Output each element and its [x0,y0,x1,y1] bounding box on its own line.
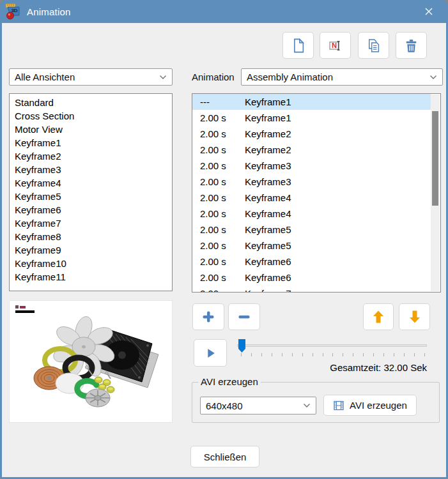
keyframe-row[interactable]: 2.00 s Keyframe2 [192,142,431,158]
keyframe-name: Keyframe4 [245,192,291,203]
keyframe-name: Keyframe6 [245,272,291,283]
keyframe-time: --- [200,96,237,107]
avi-create-button[interactable]: AVI erzeugen [323,395,417,416]
keyframe-time: 2.00 s [200,160,237,171]
film-icon [333,400,344,411]
play-button[interactable] [194,339,227,367]
keyframe-row[interactable]: 2.00 s Keyframe3 [192,174,431,190]
keyframe-name: Keyframe2 [245,128,291,139]
move-up-button[interactable] [363,303,394,330]
keyframe-row[interactable]: 2.00 s Keyframe4 [192,190,431,206]
views-filter-value: Alle Ansichten [15,72,75,82]
close-icon[interactable] [416,2,442,21]
svg-text:N: N [332,42,337,49]
keyframe-name: Keyframe3 [245,160,291,171]
list-item[interactable]: Keyframe11 [10,270,172,284]
move-down-button[interactable] [399,303,430,330]
chevron-down-icon [429,75,437,80]
keyframe-time: 2.00 s [200,224,237,235]
close-dialog-button[interactable]: Schließen [190,446,259,468]
delete-animation-button[interactable] [396,32,427,59]
keyframe-time: 2.00 s [200,272,237,283]
animation-select[interactable]: Assembly Animation [241,68,443,86]
keyframe-time: 2.00 s [200,256,237,267]
keyframe-name: Keyframe4 [245,208,291,219]
new-document-icon [290,37,307,54]
keyframe-time: 2.00 s [200,208,237,219]
rename-animation-button[interactable]: N [320,32,351,59]
animation-dialog: 3D Animation N [0,0,448,479]
keyframe-row[interactable]: 2.00 s Keyframe5 [192,222,431,238]
views-listbox[interactable]: Standard Cross Section Motor View Keyfra… [9,93,173,291]
keyframe-row[interactable]: --- Keyframe1 [192,94,431,110]
views-filter-select[interactable]: Alle Ansichten [9,68,173,86]
chevron-down-icon [303,403,311,408]
keyframe-time: 2.00 s [200,176,237,187]
titlebar: 3D Animation [0,0,448,23]
keyframe-time: 2.00 s [200,192,237,203]
keyframes-listbox[interactable]: --- Keyframe1 2.00 s Keyframe1 2.00 s Ke… [192,93,441,293]
list-item[interactable]: Keyframe3 [10,163,172,176]
slider-ticks [241,353,425,356]
avi-create-label: AVI erzeugen [350,400,407,411]
avi-resolution-select[interactable]: 640x480 [200,397,316,414]
keyframe-time: 2.00 s [200,240,237,251]
chevron-down-icon [159,75,167,80]
keyframe-row[interactable]: 2.00 s Keyframe7 [192,285,431,293]
keyframe-row[interactable]: 2.00 s Keyframe2 [192,126,431,142]
slider-track[interactable] [237,344,427,347]
list-item[interactable]: Keyframe8 [10,230,172,243]
keyframe-name: Keyframe7 [245,288,291,293]
scrollbar-thumb[interactable] [432,111,438,206]
keyframe-row[interactable]: 2.00 s Keyframe5 [192,238,431,254]
keyframe-row[interactable]: 2.00 s Keyframe3 [192,158,431,174]
keyframe-time: 2.00 s [200,288,237,293]
remove-keyframe-button[interactable] [228,303,260,330]
keyframe-name: Keyframe3 [245,176,291,187]
copy-icon [365,37,382,54]
avi-groupbox: AVI erzeugen 640x480 AVI erzeugen [192,382,440,423]
close-dialog-label: Schließen [204,452,247,462]
app-icon: 3D [5,3,22,20]
preview-image [10,301,172,422]
keyframe-name: Keyframe1 [245,112,291,123]
list-item[interactable]: Keyframe10 [10,257,172,270]
rename-icon: N [327,37,344,54]
keyframe-row[interactable]: 2.00 s Keyframe4 [192,206,431,222]
copy-animation-button[interactable] [358,32,389,59]
up-arrow-icon [371,309,386,324]
keyframe-row[interactable]: 2.00 s Keyframe1 [192,110,431,126]
trash-icon [403,37,420,54]
timeline-slider[interactable] [237,339,427,358]
list-item[interactable]: Motor View [10,123,172,136]
keyframe-time: 2.00 s [200,112,237,123]
slider-thumb[interactable] [238,339,245,353]
list-item[interactable]: Keyframe6 [10,203,172,217]
avi-resolution-value: 640x480 [206,400,243,411]
keyframe-name: Keyframe5 [245,224,291,235]
avi-group-label: AVI erzeugen [198,376,261,387]
add-keyframe-button[interactable] [192,303,224,330]
keyframe-time: 2.00 s [200,144,237,155]
list-item[interactable]: Keyframe2 [10,149,172,163]
keyframe-row[interactable]: 2.00 s Keyframe6 [192,270,431,285]
keyframe-name: Keyframe6 [245,256,291,267]
keyframe-name: Keyframe2 [245,144,291,155]
plus-icon [201,309,216,324]
list-item[interactable]: Standard [10,96,172,109]
new-animation-button[interactable] [282,32,314,59]
keyframe-time: 2.00 s [200,128,237,139]
list-item[interactable]: Keyframe4 [10,176,172,190]
animation-select-value: Assembly Animation [247,72,333,82]
list-item[interactable]: Keyframe9 [10,243,172,257]
list-item[interactable]: Cross Section [10,109,172,123]
dialog-content: N Alle Ansichten Animation [2,23,446,477]
keyframes-scrollbar[interactable] [431,95,440,291]
list-item[interactable]: Keyframe1 [10,136,172,149]
window-title: Animation [27,6,416,17]
list-item[interactable]: Keyframe5 [10,190,172,203]
list-item[interactable]: Keyframe7 [10,217,172,230]
play-icon [203,346,217,360]
keyframe-row[interactable]: 2.00 s Keyframe6 [192,254,431,270]
minus-icon [236,309,252,324]
